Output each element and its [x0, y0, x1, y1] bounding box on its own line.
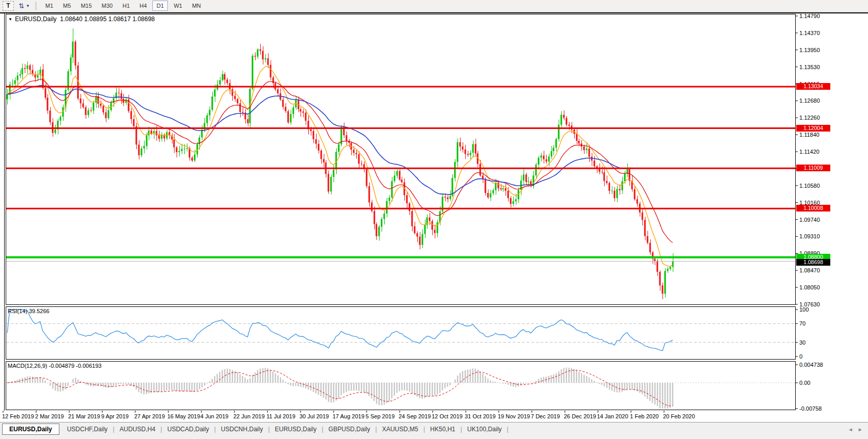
date-axis-label: 20 Feb 2020: [663, 413, 695, 419]
price-axis-label: 1.14370: [799, 30, 820, 36]
chart-tab-bar: EURUSD,DailyUSDCHF,Daily|AUDUSD,H4|USDCA…: [0, 422, 868, 439]
chart-tab-xauusd-m5[interactable]: XAUUSD,M5: [377, 424, 423, 434]
price-axis-label: 1.11840: [799, 132, 819, 138]
rsi-axis-label: 70: [799, 320, 806, 327]
timeframe-button-h1[interactable]: H1: [118, 1, 134, 11]
text-tool-button[interactable]: T: [3, 1, 14, 11]
timeframe-button-h4[interactable]: H4: [135, 1, 151, 11]
tab-separator: |: [507, 424, 509, 433]
price-axis-label: 1.08050: [799, 284, 820, 290]
date-axis-label: 27 Apr 2019: [134, 413, 165, 419]
chart-tab-uk100-daily[interactable]: UK100,Daily: [463, 424, 507, 434]
price-line-label[interactable]: 1.12004: [796, 125, 830, 132]
rsi-axis-label: 30: [799, 339, 806, 346]
price-axis-label: 1.13110: [799, 81, 819, 87]
mt4-window: T ⇅ ▼ M1M5M15M30H1H4D1W1MN ▼EURUSD,Daily…: [0, 0, 868, 439]
chart-tab-usdcad-daily[interactable]: USDCAD,Daily: [163, 424, 214, 434]
date-axis-label: 14 Jan 2020: [597, 413, 628, 419]
macd-axis-label: 0.004738: [799, 362, 823, 368]
arrange-charts-button[interactable]: ⇅ ▼: [19, 2, 30, 10]
chart-tab-eurusd-daily[interactable]: EURUSD,Daily: [2, 424, 59, 435]
date-axis-label: 9 Apr 2019: [101, 413, 129, 419]
chart-symbol-label: EURUSD,Daily: [15, 15, 57, 23]
date-axis-label: 1 Feb 2020: [630, 413, 659, 419]
chart-window-top-border: [0, 12, 868, 13]
timeframe-button-m5[interactable]: M5: [59, 1, 75, 11]
timeframe-button-m30[interactable]: M30: [98, 1, 117, 11]
price-axis-label: 1.11420: [799, 149, 819, 155]
price-axis-label: 1.12680: [799, 97, 820, 104]
chart-ohlc-values: 1.08640 1.08895 1.08617 1.08698: [60, 15, 155, 23]
rsi-axis-label: 0: [799, 353, 802, 360]
price-line-label[interactable]: 1.13034: [796, 83, 830, 90]
price-axis-label: 1.08890: [799, 250, 820, 256]
main-price-panel[interactable]: [6, 14, 796, 305]
price-axis-label: 1.10580: [799, 183, 820, 189]
price-axis-label: 1.13950: [799, 47, 820, 53]
chart-tab-audusd-h4[interactable]: AUDUSD,H4: [115, 424, 160, 434]
price-axis-label: 1.11000: [799, 166, 819, 172]
toolbar-grip: [35, 2, 37, 10]
timeframe-button-mn[interactable]: MN: [188, 1, 205, 11]
date-axis-label: 7 Dec 2019: [531, 413, 560, 419]
date-axis-label: 30 Jul 2019: [299, 413, 329, 419]
price-line-label[interactable]: 1.08800: [796, 254, 830, 261]
rsi-panel[interactable]: [6, 306, 796, 360]
price-axis-label: 1.09310: [799, 233, 820, 239]
date-axis-label: 5 Sep 2019: [366, 413, 394, 419]
date-axis-label: 11 Jul 2019: [266, 413, 295, 419]
price-axis-label: 1.13530: [799, 64, 820, 70]
rsi-axis-label: 100: [799, 306, 809, 313]
current-price-label: 1.08698: [796, 259, 830, 266]
chart-window-left-border: [4, 13, 5, 411]
price-axis-label: 1.12260: [799, 115, 820, 121]
macd-axis-label: -0.00758: [799, 405, 822, 412]
timeframe-button-m15[interactable]: M15: [76, 1, 96, 11]
macd-indicator-label: MACD(12,26,9) -0.004879 -0.006193: [8, 363, 102, 369]
date-axis-label: 22 Jun 2019: [233, 413, 265, 419]
timeframe-button-d1[interactable]: D1: [152, 1, 168, 11]
chart-tabs: EURUSD,DailyUSDCHF,Daily|AUDUSD,H4|USDCA…: [0, 424, 509, 435]
toolbar: T ⇅ ▼ M1M5M15M30H1H4D1W1MN: [0, 0, 868, 12]
chart-tab-usdcnh-daily[interactable]: USDCNH,Daily: [216, 424, 267, 434]
price-axis-label: 1.09740: [799, 217, 820, 223]
rsi-indicator-label: RSI(14) 39.5266: [8, 308, 50, 314]
tab-scroll-left-icon[interactable]: ◄: [848, 427, 853, 432]
chart-ohlc-header: ▼EURUSD,Daily 1.08640 1.08895 1.08617 1.…: [8, 15, 155, 23]
date-axis-label: 26 Dec 2019: [564, 413, 596, 419]
date-axis-label: 17 Aug 2019: [333, 413, 365, 419]
date-axis-label: 12 Oct 2019: [432, 413, 463, 419]
price-axis-label: 1.10160: [799, 200, 820, 206]
date-axis-label: 4 Jun 2019: [200, 413, 228, 419]
tab-scroll-arrows: ◄ ►: [848, 427, 863, 432]
price-axis-label: 1.07630: [799, 301, 820, 307]
date-axis-label: 31 Oct 2019: [465, 413, 496, 419]
price-axis-label: 1.08470: [799, 267, 820, 273]
tab-scroll-right-icon[interactable]: ►: [858, 427, 863, 432]
macd-axis-label: 0.00: [799, 380, 810, 386]
price-axis-label: 1.14790: [799, 13, 820, 19]
price-line-label[interactable]: 1.11009: [796, 165, 830, 171]
date-axis-label: 12 Feb 2019: [2, 413, 34, 419]
date-axis-label: 24 Sep 2019: [399, 413, 431, 419]
chart-tab-gbpusd-daily[interactable]: GBPUSD,Daily: [324, 424, 375, 434]
date-axis-label: 19 Nov 2019: [498, 413, 530, 419]
chart-tab-usdchf-daily[interactable]: USDCHF,Daily: [62, 424, 113, 434]
date-axis-label: 21 Mar 2019: [68, 413, 100, 419]
chart-header-caret-icon[interactable]: ▼: [8, 17, 12, 22]
arrange-icon: ⇅: [19, 2, 24, 10]
date-axis-label: 16 May 2019: [167, 413, 200, 419]
timeframe-buttons: M1M5M15M30H1H4D1W1MN: [41, 1, 207, 11]
price-line-label[interactable]: 1.10008: [796, 205, 830, 212]
chevron-down-icon: ▼: [26, 4, 30, 8]
chart-tab-hk50-h1[interactable]: HK50,H1: [425, 424, 460, 434]
timeframe-button-m1[interactable]: M1: [41, 1, 57, 11]
timeframe-button-w1[interactable]: W1: [169, 1, 186, 11]
chart-tab-eurusd-daily[interactable]: EURUSD,Daily: [270, 424, 321, 434]
date-axis-label: 2 Mar 2019: [35, 413, 64, 419]
macd-panel[interactable]: [6, 361, 796, 410]
